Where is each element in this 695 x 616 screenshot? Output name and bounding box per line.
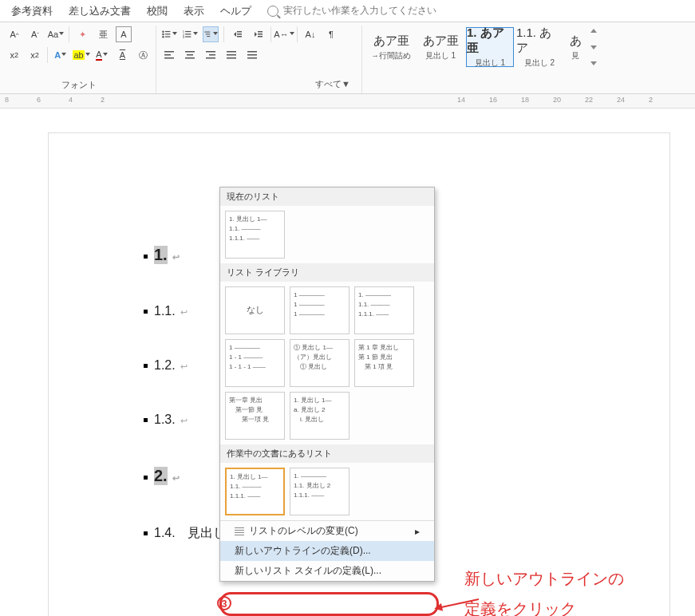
menu-change-level[interactable]: リストのレベルの変更(C)▸ bbox=[220, 521, 434, 541]
ml-item-lib4[interactable]: 1 ――――1 - 1 ―――1 - 1 - 1 ―― bbox=[225, 339, 285, 387]
svg-point-0 bbox=[162, 31, 164, 33]
tab-help[interactable]: ヘルプ bbox=[212, 0, 259, 22]
svg-rect-37 bbox=[247, 57, 257, 59]
svg-rect-20 bbox=[258, 31, 263, 33]
ml-item-lib5[interactable]: ① 見出し 1―（ア）見出し ① 見出し bbox=[290, 339, 349, 387]
svg-rect-14 bbox=[207, 36, 210, 37]
svg-rect-7 bbox=[185, 31, 191, 32]
numbering-icon[interactable]: 123 bbox=[182, 26, 198, 42]
svg-rect-1 bbox=[165, 31, 171, 32]
phonetic-guide-icon[interactable]: 亜 bbox=[95, 26, 111, 42]
font-color-icon[interactable]: A bbox=[94, 47, 110, 63]
ruler[interactable]: 8 6 4 2 14 16 18 20 22 24 2 bbox=[0, 94, 695, 109]
font-size-down-icon[interactable]: Aˇ bbox=[27, 26, 43, 42]
align-justify-icon[interactable] bbox=[223, 47, 239, 63]
decrease-indent-icon[interactable] bbox=[229, 26, 245, 42]
ribbon-tabs: 参考資料 差し込み文書 校閲 表示 ヘルプ 実行したい作業を入力してください bbox=[0, 0, 695, 22]
svg-rect-17 bbox=[237, 34, 242, 35]
styles-scroll[interactable] bbox=[587, 27, 600, 67]
ribbon-body: A^ Aˇ Aa ✦ 亜 A x2 x2 A ab A A Ⓐ フォント bbox=[0, 22, 695, 94]
change-case-button[interactable]: Aa bbox=[48, 26, 64, 42]
annotation-step-badge: 3 bbox=[217, 596, 231, 610]
ml-item-indoc2[interactable]: 1. ――――1.1. 見出し 21.1.1. ―― bbox=[290, 468, 349, 515]
tab-references[interactable]: 参考資料 bbox=[3, 0, 61, 22]
svg-point-4 bbox=[162, 36, 164, 38]
styles-gallery[interactable]: あア亜→行間詰め あア亜見出し 1 1. あア亜見出し 1 1.1. あア見出し… bbox=[367, 26, 678, 67]
svg-rect-23 bbox=[164, 51, 174, 53]
ml-item-none[interactable]: なし bbox=[225, 286, 285, 334]
tell-me-placeholder: 実行したい作業を入力してください bbox=[283, 4, 436, 18]
svg-rect-5 bbox=[165, 36, 171, 37]
document-area: 1.↩ 1.1.↩ 1.2.↩ 1.3.↩ 2.↩ 1.4. 見出し B-1↩ … bbox=[0, 109, 695, 616]
char-shading-icon[interactable]: A bbox=[115, 47, 131, 63]
ml-item-indoc1[interactable]: 1. 見出し 1―1.1. ―――1.1.1. ―― bbox=[225, 468, 285, 515]
show-marks-icon[interactable]: ¶ bbox=[323, 26, 339, 42]
ml-item-lib3[interactable]: 1. ――――1.1. ―――1.1.1. ―― bbox=[354, 286, 414, 334]
style-normal-tight[interactable]: あア亜→行間詰め bbox=[367, 27, 415, 67]
distributed-icon[interactable] bbox=[244, 47, 260, 63]
svg-rect-11 bbox=[185, 36, 191, 37]
svg-rect-21 bbox=[258, 34, 263, 35]
tab-mailings[interactable]: 差し込み文書 bbox=[61, 0, 139, 22]
svg-rect-3 bbox=[165, 34, 171, 34]
char-border-icon[interactable]: A bbox=[116, 26, 132, 42]
ml-item-lib2[interactable]: 1 ――――1 ――――1 ―――― bbox=[290, 286, 349, 334]
font-size-up-icon[interactable]: A^ bbox=[6, 26, 22, 42]
annotation-text: 新しいアウトラインの 定義をクリック bbox=[464, 563, 624, 616]
section-current: 現在のリスト bbox=[220, 188, 434, 206]
svg-rect-35 bbox=[247, 51, 257, 53]
bullets-icon[interactable] bbox=[161, 26, 177, 42]
ml-item-lib7[interactable]: 第一章 見出 第一節 見 第一項 見 bbox=[225, 392, 285, 440]
align-right-icon[interactable] bbox=[203, 47, 219, 63]
svg-marker-15 bbox=[234, 32, 236, 37]
superscript-icon[interactable]: x2 bbox=[27, 47, 43, 63]
svg-rect-27 bbox=[187, 54, 193, 56]
style-heading1-plain[interactable]: あア亜見出し 1 bbox=[417, 27, 464, 67]
clear-format-icon[interactable]: ✦ bbox=[74, 26, 90, 42]
svg-rect-32 bbox=[227, 51, 236, 53]
ml-item-lib6[interactable]: 第 1 章 見出し第 1 節 見出 第 1 項 見 bbox=[354, 339, 414, 387]
menu-define-style[interactable]: 新しいリスト スタイルの定義(L)... bbox=[220, 561, 434, 581]
svg-marker-19 bbox=[255, 32, 257, 37]
svg-rect-24 bbox=[164, 54, 171, 56]
increase-indent-icon[interactable] bbox=[250, 26, 266, 42]
asian-layout-icon[interactable]: A↔ bbox=[276, 26, 292, 42]
svg-rect-36 bbox=[247, 54, 257, 56]
align-center-icon[interactable] bbox=[182, 47, 198, 63]
multilevel-dropdown: 現在のリスト 1. 見出し 1―1.1. ―――1.1.1. ―― リスト ライ… bbox=[219, 187, 435, 582]
subscript-icon[interactable]: x2 bbox=[6, 47, 22, 63]
tab-review[interactable]: 校閲 bbox=[139, 0, 176, 22]
align-left-icon[interactable] bbox=[161, 47, 177, 63]
highlight-icon[interactable]: ab bbox=[73, 47, 89, 63]
svg-rect-16 bbox=[237, 31, 242, 33]
section-library: リスト ライブラリ bbox=[220, 263, 434, 282]
ml-item-current[interactable]: 1. 見出し 1―1.1. ―――1.1.1. ―― bbox=[225, 211, 285, 259]
menu-define-outline[interactable]: 新しいアウトラインの定義(D)... bbox=[220, 541, 434, 561]
section-indoc: 作業中の文書にあるリスト bbox=[220, 444, 434, 463]
multilevel-list-icon[interactable] bbox=[203, 26, 219, 42]
svg-rect-25 bbox=[164, 57, 174, 59]
style-heading1-num[interactable]: 1. あア亜見出し 1 bbox=[466, 27, 514, 67]
svg-point-2 bbox=[162, 34, 164, 35]
ml-item-lib8[interactable]: 1. 見出し 1―a. 見出し 2 i. 見出し bbox=[290, 392, 349, 440]
text-effects-icon[interactable]: A bbox=[53, 47, 69, 63]
tell-me[interactable]: 実行したい作業を入力してください bbox=[259, 4, 436, 18]
svg-rect-31 bbox=[206, 57, 215, 59]
svg-rect-13 bbox=[206, 34, 211, 34]
style-heading2[interactable]: 1.1. あア見出し 2 bbox=[515, 27, 563, 67]
svg-rect-28 bbox=[185, 57, 195, 59]
enclose-char-icon[interactable]: Ⓐ bbox=[135, 47, 151, 63]
sort-icon[interactable]: A↓ bbox=[302, 26, 318, 42]
indent-icon bbox=[235, 527, 244, 535]
svg-rect-30 bbox=[209, 54, 215, 56]
tab-view[interactable]: 表示 bbox=[176, 0, 212, 22]
svg-rect-12 bbox=[204, 32, 210, 33]
svg-rect-34 bbox=[227, 57, 236, 59]
svg-rect-9 bbox=[185, 34, 191, 34]
all-dropdown[interactable]: すべて▼ bbox=[315, 78, 350, 90]
svg-text:3: 3 bbox=[183, 35, 185, 39]
style-more[interactable]: あ見 bbox=[565, 27, 586, 67]
svg-rect-26 bbox=[185, 51, 195, 53]
svg-rect-29 bbox=[206, 51, 215, 53]
svg-rect-33 bbox=[227, 54, 236, 56]
